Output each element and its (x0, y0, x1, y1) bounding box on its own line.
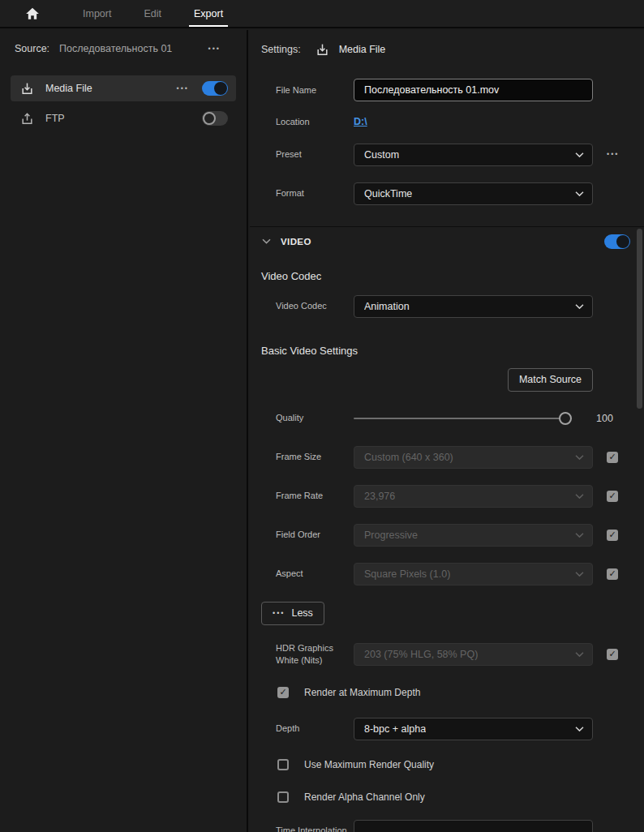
render-alpha-only-row: Render Alpha Channel Only (277, 791, 644, 803)
check-icon: ✓ (608, 491, 616, 500)
destination-ftp-label: FTP (45, 113, 65, 124)
less-button-label: Less (291, 607, 312, 619)
video-codec-value: Animation (364, 301, 410, 312)
format-dropdown[interactable]: QuickTime (354, 182, 593, 205)
frame-size-dropdown: Custom (640 x 360) (354, 446, 593, 469)
destination-ftp[interactable]: FTP (11, 106, 236, 131)
source-sequence-name: Последовательность 01 (59, 43, 172, 54)
chevron-down-icon[interactable] (262, 238, 271, 244)
frame-size-checkbox[interactable]: ✓ (607, 452, 618, 463)
preset-value: Custom (364, 149, 399, 161)
source-panel: Source: Последовательность 01 ••• Media … (0, 30, 248, 832)
aspect-checkbox[interactable]: ✓ (607, 568, 618, 580)
format-value: QuickTime (364, 188, 412, 199)
file-name-input[interactable] (354, 79, 593, 101)
toggle-knob (203, 112, 216, 125)
toggle-knob (214, 82, 227, 95)
render-max-depth-label: Render at Maximum Depth (304, 687, 420, 698)
top-navigation-bar: Import Edit Export (0, 0, 644, 28)
render-alpha-only-label: Render Alpha Channel Only (304, 791, 425, 803)
ftp-toggle[interactable] (202, 111, 228, 126)
destination-media-file[interactable]: Media File ••• (11, 75, 236, 101)
settings-label: Settings: (261, 44, 301, 55)
tab-edit[interactable]: Edit (127, 0, 178, 27)
basic-video-settings-title: Basic Video Settings (261, 345, 644, 357)
aspect-dropdown: Square Pixels (1.0) (354, 563, 593, 585)
quality-row: Quality 100 (276, 407, 644, 430)
home-icon[interactable] (24, 6, 41, 22)
hdr-graphics-white-checkbox[interactable]: ✓ (607, 649, 618, 660)
settings-destination-name: Media File (339, 44, 386, 55)
preset-dropdown[interactable]: Custom (354, 144, 593, 166)
use-max-render-quality-label: Use Maximum Render Quality (304, 759, 434, 770)
vertical-scrollbar-thumb[interactable] (637, 229, 642, 409)
chevron-down-icon (575, 303, 584, 309)
depth-dropdown[interactable]: 8-bpc + alpha (354, 718, 593, 740)
frame-size-row: Frame Size Custom (640 x 360) ✓ (276, 446, 644, 469)
hdr-graphics-white-value: 203 (75% HLG, 58% PQ) (364, 649, 478, 660)
render-max-depth-checkbox[interactable]: ✓ (277, 687, 289, 698)
chevron-down-icon (575, 726, 584, 731)
frame-rate-label: Frame Rate (276, 490, 354, 502)
file-name-row: File Name (276, 79, 644, 101)
use-max-render-quality-row: Use Maximum Render Quality (277, 759, 644, 770)
frame-rate-row: Frame Rate 23,976 ✓ (276, 485, 644, 508)
upload-tray-icon (20, 112, 34, 126)
slider-knob[interactable] (559, 412, 572, 425)
slider-track (354, 418, 572, 419)
media-file-toggle[interactable] (202, 81, 228, 96)
render-max-depth-row: ✓ Render at Maximum Depth (277, 687, 644, 698)
check-icon: ✓ (608, 452, 616, 461)
location-row: Location D:\ (276, 116, 644, 128)
source-menu-button[interactable]: ••• (208, 45, 221, 53)
match-source-button[interactable]: Match Source (508, 368, 593, 392)
destination-media-file-label: Media File (45, 83, 92, 94)
quality-label: Quality (276, 412, 354, 424)
aspect-value: Square Pixels (1.0) (364, 568, 450, 580)
hdr-graphics-white-row: HDR Graphics White (Nits) 203 (75% HLG, … (276, 642, 644, 667)
preset-row: Preset Custom ••• (276, 144, 644, 166)
less-button[interactable]: ••• Less (261, 602, 324, 625)
location-link[interactable]: D:\ (354, 116, 367, 127)
render-alpha-only-checkbox[interactable] (277, 791, 289, 803)
video-toggle[interactable] (604, 234, 630, 249)
preset-menu-button[interactable]: ••• (607, 151, 619, 158)
export-window: Import Edit Export Source: Последователь… (0, 0, 644, 832)
format-label: Format (276, 187, 354, 199)
field-order-row: Field Order Progressive ✓ (276, 524, 644, 547)
video-codec-dropdown[interactable]: Animation (354, 295, 593, 318)
chevron-down-icon (575, 571, 584, 577)
use-max-render-quality-checkbox[interactable] (277, 759, 289, 770)
field-order-value: Progressive (364, 530, 418, 541)
frame-size-value: Custom (640 x 360) (364, 452, 453, 463)
media-file-menu-button[interactable]: ••• (177, 85, 189, 92)
tab-edit-label: Edit (144, 8, 161, 19)
aspect-row: Aspect Square Pixels (1.0) ✓ (276, 563, 644, 585)
chevron-down-icon (575, 152, 584, 157)
frame-rate-value: 23,976 (364, 491, 395, 502)
tab-export[interactable]: Export (178, 0, 239, 27)
time-interpolation-row: Time Interpolation (276, 820, 644, 832)
hdr-graphics-white-label: HDR Graphics White (Nits) (276, 642, 354, 667)
check-icon: ✓ (608, 650, 616, 658)
tab-import[interactable]: Import (67, 0, 127, 27)
home-icon-glyph (25, 6, 40, 21)
frame-rate-checkbox[interactable]: ✓ (607, 491, 618, 502)
tab-import-label: Import (83, 8, 111, 19)
check-icon: ✓ (279, 688, 286, 697)
field-order-label: Field Order (276, 529, 354, 541)
ellipsis-icon: ••• (273, 610, 285, 617)
quality-value: 100 (596, 413, 613, 424)
location-label: Location (276, 116, 354, 128)
hdr-graphics-white-dropdown: 203 (75% HLG, 58% PQ) (354, 643, 593, 666)
time-interpolation-dropdown[interactable] (354, 820, 593, 832)
mode-tabs: Import Edit Export (67, 0, 239, 27)
frame-rate-dropdown: 23,976 (354, 485, 593, 508)
check-icon: ✓ (608, 569, 616, 578)
video-section-header: VIDEO (250, 227, 644, 256)
field-order-checkbox[interactable]: ✓ (607, 530, 618, 541)
chevron-down-icon (575, 191, 584, 196)
quality-slider[interactable] (354, 412, 572, 425)
frame-size-label: Frame Size (276, 451, 354, 463)
depth-label: Depth (276, 723, 354, 735)
